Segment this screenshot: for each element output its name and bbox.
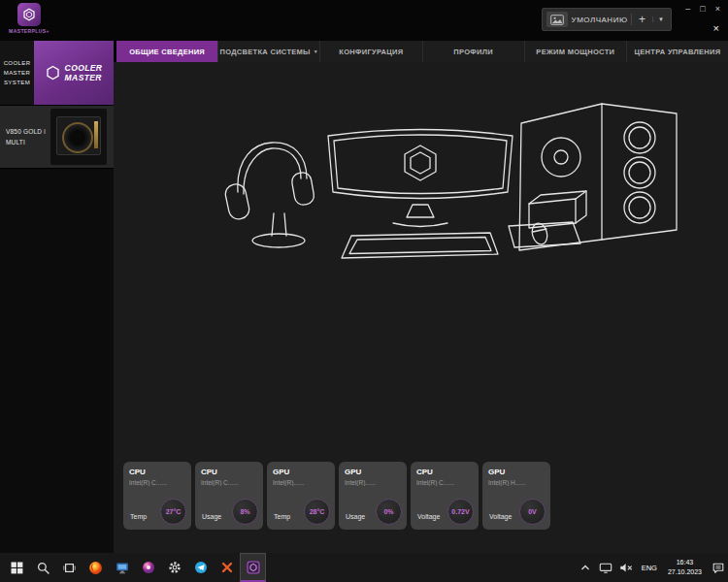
tab-label: ПРОФИЛИ (453, 48, 493, 56)
action-center-icon[interactable] (708, 553, 728, 582)
headset-right-cup (290, 172, 314, 207)
sensor-device: Intel(R) C...... (201, 479, 257, 486)
desktop-screen: MASTERPLUS+ УМОЛЧАНИЮ + ▼ – □ × (0, 0, 728, 582)
clock[interactable]: 16:43 27.10.2023 (662, 558, 708, 578)
sensor-metric: Voltage (489, 513, 512, 520)
sensor-device: Intel(R)...... (345, 479, 401, 486)
sensor-card-gpu-temp: GPU Intel(R)...... Temp 28°C (267, 462, 335, 530)
keyboard-outline (342, 233, 498, 258)
sensor-card-cpu-usage: CPU Intel(R) C...... Usage 8% (195, 462, 263, 530)
language-indicator[interactable]: ENG (637, 564, 662, 572)
sensor-device: Intel(R) C...... (129, 479, 185, 486)
system-tray: ENG 16:43 27.10.2023 (576, 553, 728, 582)
front-fan (542, 138, 580, 177)
psu-product-image (50, 109, 107, 165)
media-app-icon[interactable] (135, 553, 161, 582)
tab-label: ОБЩИЕ СВЕДЕНИЯ (129, 48, 205, 56)
sensor-cards: CPU Intel(R) C...... Temp 27°C CPU Intel… (123, 462, 550, 530)
brand-row: COOLER MASTER SYSTEM COOLER MASTER (0, 41, 114, 105)
masterplus-taskbar-icon[interactable] (240, 553, 266, 582)
tab-label: РЕЖИМ МОЩНОСТИ (536, 48, 614, 56)
sensor-value-badge: 28°C (304, 499, 330, 525)
sensor-type: CPU (416, 468, 473, 476)
tab-control-center[interactable]: ЦЕНТРА УПРАВЛЕНИЯ (627, 41, 728, 62)
masterplus-app-window: MASTERPLUS+ УМОЛЧАНИЮ + ▼ – □ × (0, 0, 728, 553)
system-label-line: MASTER (4, 70, 30, 76)
masterplus-hexagon-icon (17, 3, 41, 26)
profile-selector[interactable]: УМОЛЧАНИЮ + ▼ (542, 8, 672, 31)
sensor-device: Intel(R)...... (273, 479, 329, 486)
tab-label: ПОДСВЕТКА СИСТЕМЫ (219, 48, 310, 56)
sensor-type: CPU (201, 468, 257, 476)
media-app-circle-icon (142, 561, 155, 574)
clock-time: 16:43 (668, 558, 702, 568)
device-name-line: MULTI (6, 137, 50, 147)
cooler-master-logo: COOLER MASTER (34, 41, 114, 105)
sensor-value-badge: 27°C (160, 499, 186, 525)
tray-expand-chevron-icon[interactable] (576, 553, 596, 582)
monitor-hexagon-logo (405, 146, 436, 180)
device-item-v850[interactable]: V850 GOLD i MULTI (0, 105, 114, 169)
telegram-icon[interactable] (187, 553, 214, 582)
volume-muted-icon[interactable] (616, 553, 637, 582)
chevron-down-icon[interactable]: ▼ (652, 16, 671, 22)
sensor-metric: Temp (274, 513, 290, 520)
profile-selected-value: УМОЛЧАНИЮ (568, 16, 631, 24)
maximize-button[interactable]: □ (700, 4, 705, 14)
display-app-icon[interactable] (109, 553, 135, 582)
pc-case-outline (519, 104, 677, 250)
minimize-button[interactable]: – (685, 4, 690, 14)
panel-close-button[interactable]: × (713, 22, 719, 34)
sensor-device: Intel(R) H...... (488, 479, 545, 486)
titlebar: MASTERPLUS+ УМОЛЧАНИЮ + ▼ – □ × (0, 0, 728, 41)
masterplus-app-icon (247, 561, 260, 574)
search-icon (37, 562, 50, 574)
sensor-value-badge: 0.72V (447, 499, 474, 525)
orange-x-app-icon[interactable] (214, 553, 240, 582)
cooler-master-logo-text: COOLER MASTER (65, 63, 103, 82)
sensor-metric: Voltage (417, 513, 440, 520)
start-button[interactable] (4, 553, 30, 582)
sensor-card-cpu-temp: CPU Intel(R) C...... Temp 27°C (123, 462, 191, 530)
masterplus-logo: MASTERPLUS+ (9, 3, 50, 34)
main-tabs: ОБЩИЕ СВЕДЕНИЯ ПОДСВЕТКА СИСТЕМЫ ▼ КОНФИ… (116, 41, 728, 62)
tab-profiles[interactable]: ПРОФИЛИ (423, 41, 525, 62)
sensor-value-badge: 8% (232, 499, 258, 525)
sensor-type: GPU (345, 468, 401, 476)
taskbar: ENG 16:43 27.10.2023 (0, 553, 728, 582)
psu-fan (62, 122, 93, 153)
tab-configuration[interactable]: КОНФИГУРАЦИЯ (320, 41, 422, 62)
system-label-line: COOLER (4, 60, 31, 66)
close-button[interactable]: × (715, 4, 720, 14)
search-button[interactable] (30, 553, 56, 582)
sensor-value-badge: 0% (376, 499, 402, 525)
tab-system-lighting[interactable]: ПОДСВЕТКА СИСТЕМЫ ▼ (218, 41, 320, 62)
headset-stand-pole (272, 213, 286, 236)
sensor-metric: Temp (130, 513, 147, 520)
mouse (530, 221, 549, 245)
display-icon (116, 562, 129, 574)
sensor-type: GPU (488, 468, 545, 476)
sensor-card-gpu-voltage: GPU Intel(R) H...... Voltage 0V (482, 462, 550, 530)
monitor-outline (328, 130, 513, 199)
task-view-button[interactable] (56, 553, 83, 582)
masterplus-logo-text: MASTERPLUS+ (9, 28, 50, 34)
settings-gear-icon[interactable] (161, 553, 187, 582)
gear-icon (168, 561, 182, 574)
window-controls: – □ × (685, 4, 720, 14)
sensor-type: GPU (273, 468, 329, 476)
add-profile-button[interactable]: + (631, 14, 652, 25)
system-label: COOLER MASTER SYSTEM (0, 41, 34, 105)
psu-gold-accent (94, 121, 98, 148)
network-display-icon[interactable] (596, 553, 616, 582)
image-icon (546, 12, 568, 27)
sensor-value-badge: 0V (519, 499, 546, 525)
chevron-down-icon: ▼ (314, 48, 318, 54)
firefox-icon[interactable] (83, 553, 109, 582)
monitor-base (393, 223, 447, 227)
tab-power-mode[interactable]: РЕЖИМ МОЩНОСТИ (525, 41, 627, 62)
tab-label: ЦЕНТРА УПРАВЛЕНИЯ (634, 48, 720, 56)
desk-setup-illustration (206, 97, 691, 291)
tab-general-info[interactable]: ОБЩИЕ СВЕДЕНИЯ (116, 41, 218, 62)
sensor-metric: Usage (346, 513, 365, 520)
